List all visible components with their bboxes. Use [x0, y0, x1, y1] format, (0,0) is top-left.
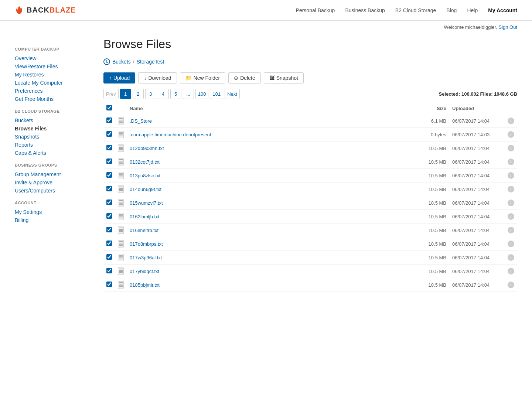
info-icon[interactable]: i — [508, 268, 514, 274]
row-checkbox[interactable] — [106, 213, 112, 219]
row-checkbox[interactable] — [106, 200, 112, 205]
row-uploaded-cell: 06/07/2017 14:04 — [449, 251, 505, 265]
sidebar-item-invite-approve[interactable]: Invite & Approve — [15, 178, 89, 187]
page-button-4[interactable]: 4 — [158, 89, 169, 99]
sidebar-item-get-free-months[interactable]: Get Free Months — [15, 95, 89, 103]
refresh-button[interactable]: ↻ — [103, 58, 110, 65]
pagination-row: Prev 1 2 3 4 5 ... 100 101 Next Selected… — [103, 89, 517, 99]
row-checkbox[interactable] — [106, 172, 112, 178]
file-name-link[interactable]: 0185pbjmlr.txt — [130, 282, 160, 288]
prev-button[interactable]: Prev — [103, 89, 119, 99]
sidebar-item-caps-alerts[interactable]: Caps & Alerts — [15, 149, 89, 157]
next-button[interactable]: Next — [225, 89, 240, 99]
sidebar-item-locate-my-computer[interactable]: Locate My Computer — [15, 79, 89, 87]
info-icon[interactable]: i — [508, 158, 514, 165]
nav-personal-backup[interactable]: Personal Backup — [296, 7, 335, 13]
file-name-link[interactable]: 012db9x3mn.txt — [130, 146, 164, 151]
info-icon[interactable]: i — [508, 186, 514, 192]
file-name-link[interactable]: 016imelfrb.txt — [130, 228, 158, 233]
sidebar-section-business-groups: Business Groups Group Management Invite … — [15, 163, 89, 195]
row-name-cell: 017o8mbrps.txt — [127, 237, 420, 251]
row-checkbox[interactable] — [106, 117, 112, 123]
new-folder-button[interactable]: 📁 New Folder — [180, 72, 226, 83]
sidebar-item-my-settings[interactable]: My Settings — [15, 208, 89, 216]
nav-help[interactable]: Help — [467, 7, 478, 13]
info-icon[interactable]: i — [508, 145, 514, 151]
sidebar-item-overview[interactable]: Overview — [15, 54, 89, 62]
nav-blog[interactable]: Blog — [446, 7, 457, 13]
sidebar-item-billing[interactable]: Billing — [15, 216, 89, 224]
logo[interactable]: BACKBLAZE — [15, 5, 76, 16]
nav-business-backup[interactable]: Business Backup — [345, 7, 385, 13]
file-doc-icon — [118, 158, 124, 166]
info-icon[interactable]: i — [508, 282, 514, 288]
sidebar-item-browse-files[interactable]: Browse Files — [15, 125, 89, 133]
download-button[interactable]: ↓ Download — [138, 72, 177, 83]
info-icon[interactable]: i — [508, 227, 514, 233]
sidebar-item-view-restore-files[interactable]: View/Restore Files — [15, 62, 89, 71]
file-name-link[interactable]: 014oun6g9f.txt — [130, 187, 161, 192]
row-checkbox[interactable] — [106, 241, 112, 246]
sidebar-item-preferences[interactable]: Preferences — [15, 87, 89, 95]
sidebar-item-my-restores[interactable]: My Restores — [15, 71, 89, 79]
row-checkbox[interactable] — [106, 282, 112, 287]
info-icon[interactable]: i — [508, 213, 514, 220]
row-checkbox[interactable] — [106, 131, 112, 137]
page-button-2[interactable]: 2 — [133, 89, 144, 99]
page-button-5[interactable]: 5 — [170, 89, 181, 99]
sidebar-item-group-management[interactable]: Group Management — [15, 170, 89, 178]
row-checkbox[interactable] — [106, 268, 112, 273]
file-name-link[interactable]: 0132cqt7jd.txt — [130, 159, 160, 165]
info-icon[interactable]: i — [508, 254, 514, 261]
sign-out-link[interactable]: Sign Out — [498, 24, 517, 30]
snapshot-button[interactable]: 🖼 Snapshot — [264, 72, 304, 83]
info-icon[interactable]: i — [508, 241, 514, 247]
file-name-link[interactable]: 0162ibmljh.txt — [130, 214, 159, 219]
file-name-link[interactable]: 015wumzvl7.txt — [130, 200, 163, 206]
sidebar-item-users-computers[interactable]: Users/Computers — [15, 187, 89, 195]
breadcrumb-buckets[interactable]: Buckets — [112, 59, 131, 65]
delete-button[interactable]: ⊖ Delete — [228, 72, 260, 83]
row-checkbox[interactable] — [106, 145, 112, 150]
row-size-cell: 10.5 MB — [420, 265, 449, 278]
page-button-101[interactable]: 101 — [210, 89, 223, 99]
file-doc-icon — [118, 172, 124, 179]
info-icon[interactable]: i — [508, 131, 514, 138]
file-name-link[interactable]: .DS_Store — [130, 118, 152, 124]
row-checkbox[interactable] — [106, 254, 112, 260]
select-all-checkbox[interactable] — [106, 105, 112, 110]
row-checkbox[interactable] — [106, 227, 112, 232]
info-icon[interactable]: i — [508, 172, 514, 179]
info-icon[interactable]: i — [508, 200, 514, 206]
row-checkbox[interactable] — [106, 186, 112, 191]
selection-label: Selected: — [439, 91, 460, 97]
page-button-1[interactable]: 1 — [120, 89, 131, 99]
row-checkbox[interactable] — [106, 158, 112, 164]
upload-button[interactable]: ↑ Upload — [103, 72, 135, 83]
selection-files: 100,002 Files: — [461, 91, 493, 97]
page-button-100[interactable]: 100 — [195, 89, 209, 99]
nav-my-account[interactable]: My Account — [488, 7, 517, 13]
file-table-body: .DS_Store 6.1 MB 06/07/2017 14:04 i .com… — [103, 114, 517, 292]
row-icon-cell — [115, 237, 127, 251]
file-name-link[interactable]: 017o8mbrps.txt — [130, 241, 163, 247]
table-row: .com.apple.timemachine.donotpresent 0 by… — [103, 128, 517, 141]
file-name-link[interactable]: .com.apple.timemachine.donotpresent — [130, 132, 211, 137]
row-icon-cell — [115, 278, 127, 292]
info-icon[interactable]: i — [508, 117, 514, 124]
file-doc-icon — [118, 185, 124, 193]
file-name-link[interactable]: 013pu8zlsc.txt — [130, 173, 160, 178]
nav-b2-cloud-storage[interactable]: B2 Cloud Storage — [395, 7, 436, 13]
row-icon-cell — [115, 141, 127, 155]
header-checkbox-col — [103, 103, 115, 114]
sidebar-section-title-computer-backup: Computer Backup — [15, 47, 89, 51]
row-name-cell: 014oun6g9f.txt — [127, 183, 420, 196]
sidebar-item-buckets[interactable]: Buckets — [15, 116, 89, 125]
sidebar-item-reports[interactable]: Reports — [15, 141, 89, 149]
page-button-3[interactable]: 3 — [145, 89, 156, 99]
table-row: 017w3p96al.txt 10.5 MB 06/07/2017 14:04 … — [103, 251, 517, 265]
sidebar-item-snapshots[interactable]: Snapshots — [15, 133, 89, 141]
row-uploaded-cell: 06/07/2017 14:04 — [449, 210, 505, 224]
file-name-link[interactable]: 017w3p96al.txt — [130, 255, 162, 260]
file-name-link[interactable]: 017ybidqcf.txt — [130, 269, 159, 274]
